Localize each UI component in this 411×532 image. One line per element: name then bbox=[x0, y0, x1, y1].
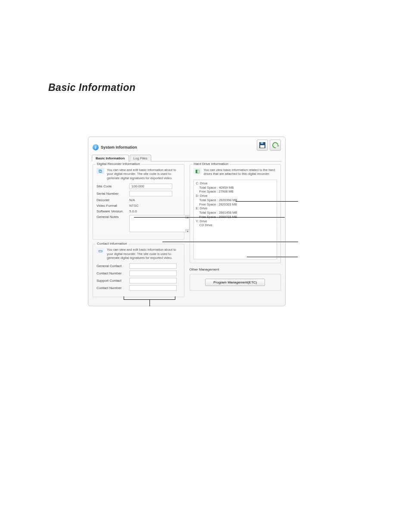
contact-card-icon: ▭ bbox=[97, 248, 104, 254]
callout-line bbox=[149, 300, 150, 306]
drive-row: Y: Drive bbox=[196, 219, 275, 224]
group-digital-recorder-information: Digital Recorder Information ⧉ You can v… bbox=[93, 164, 184, 240]
page-title: Basic Information bbox=[48, 82, 411, 93]
label-general-contact: General Contact bbox=[97, 264, 129, 268]
site-code-input[interactable] bbox=[129, 184, 172, 189]
label-serial-number: Serial Number bbox=[97, 192, 129, 196]
contact-description: You can view and edit basic information … bbox=[107, 248, 181, 260]
label-general-notes: General Notes bbox=[97, 215, 129, 219]
group-legend: Contact Information bbox=[96, 242, 128, 246]
drive-type: CD Drive bbox=[196, 223, 275, 227]
drive-row: D: Drive bbox=[196, 194, 275, 198]
other-management-label: Other Management bbox=[190, 268, 281, 271]
program-management-button[interactable]: Program Management(ETC) bbox=[205, 279, 265, 286]
group-contact-information: Contact Information ▭ You can view and e… bbox=[93, 244, 184, 297]
drive-total: Total Space : 40959 MB bbox=[196, 186, 275, 190]
drive-row: E: Drive bbox=[196, 206, 275, 211]
recycle-button[interactable] bbox=[270, 140, 281, 151]
tab-bar: Basic Information Log Files bbox=[92, 154, 282, 162]
callout-line bbox=[162, 242, 298, 242]
general-contact-input[interactable] bbox=[129, 263, 177, 269]
tab-log-files[interactable]: Log Files bbox=[130, 155, 151, 162]
support-contact-input[interactable] bbox=[129, 278, 177, 283]
callout-line bbox=[124, 296, 175, 300]
hd-description: You can view basic information related t… bbox=[204, 168, 277, 176]
contact-number-2-input[interactable] bbox=[129, 285, 177, 291]
info-icon: i bbox=[93, 144, 99, 150]
recorder-description: You can view and edit basic information … bbox=[107, 168, 181, 180]
system-information-dialog: i System Information Basic Information L… bbox=[88, 137, 286, 306]
recycle-icon bbox=[271, 141, 279, 149]
general-notes-textarea[interactable] bbox=[129, 215, 190, 232]
label-site-code: Site Code bbox=[97, 184, 129, 188]
label-contact-number-1: Contact Number bbox=[97, 271, 129, 275]
contact-number-1-input[interactable] bbox=[129, 271, 177, 276]
drive-free: Free Space : 27908 MB bbox=[196, 190, 275, 194]
label-contact-number-2: Contact Number bbox=[97, 286, 129, 290]
hard-drive-icon: ◧ bbox=[193, 168, 201, 174]
camera-icon: ⧉ bbox=[97, 168, 104, 174]
callout-line bbox=[236, 201, 298, 202]
tab-basic-information[interactable]: Basic Information bbox=[92, 155, 129, 162]
callout-line bbox=[134, 217, 285, 218]
save-button[interactable] bbox=[257, 140, 268, 151]
drive-total: Total Space : 2861458 MB bbox=[196, 211, 275, 215]
label-video-format: Video Format bbox=[97, 204, 129, 208]
drive-listbox[interactable]: C: Drive Total Space : 40959 MB Free Spa… bbox=[193, 180, 277, 259]
dialog-title: System Information bbox=[101, 145, 137, 149]
drive-row: C: Drive bbox=[196, 181, 275, 186]
label-decoder: Decoder bbox=[97, 198, 129, 202]
group-other-management: Other Management Program Management(ETC) bbox=[190, 268, 281, 291]
decoder-value: N/A bbox=[129, 198, 135, 202]
serial-number-input[interactable] bbox=[129, 191, 172, 196]
callout-line bbox=[247, 257, 298, 257]
group-legend: Hard Drive Information bbox=[193, 162, 230, 166]
drive-total: Total Space : 2820398 MB bbox=[196, 198, 275, 202]
software-version-value: 5.0.0 bbox=[129, 209, 137, 213]
floppy-disk-icon bbox=[259, 142, 265, 148]
drive-free: Free Space : 2820303 MB bbox=[196, 202, 275, 207]
group-legend: Digital Recorder Information bbox=[96, 162, 141, 166]
label-support-contact: Support Contact bbox=[97, 279, 129, 283]
scroll-down-icon[interactable]: ▾ bbox=[185, 229, 190, 233]
video-format-value: NTSC bbox=[129, 204, 139, 208]
group-hard-drive-information: Hard Drive Information ◧ You can view ba… bbox=[190, 164, 281, 263]
label-software-version: Software Version bbox=[97, 209, 129, 213]
dialog-header: i System Information bbox=[93, 140, 281, 154]
